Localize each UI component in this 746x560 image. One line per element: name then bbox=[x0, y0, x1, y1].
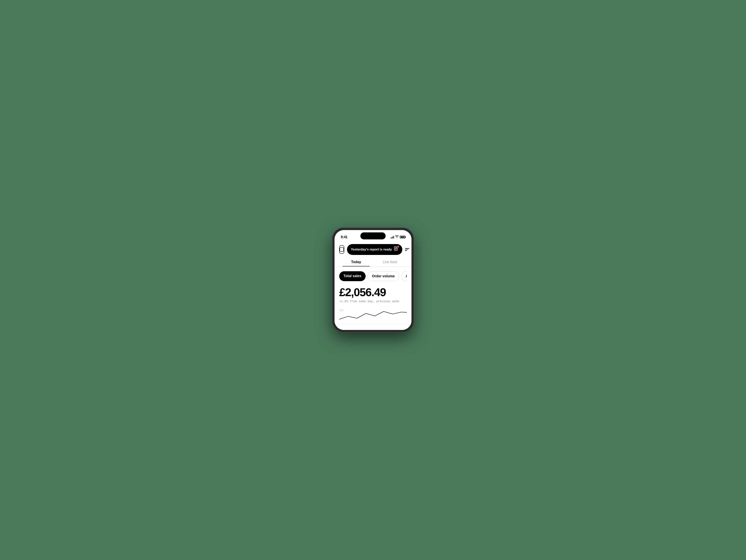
tab-today[interactable]: Today bbox=[339, 257, 373, 267]
notification-pill[interactable]: Yesterday's report is ready bbox=[347, 244, 402, 255]
phone-frame: 9:41 bbox=[332, 228, 414, 332]
wifi-icon bbox=[395, 235, 399, 239]
status-bar: 9:41 bbox=[335, 230, 411, 241]
app-header: Yesterday's report is ready bbox=[335, 241, 411, 257]
chip-order-volume[interactable]: Order volume bbox=[368, 271, 399, 281]
signal-icon bbox=[391, 236, 394, 239]
safe-area bbox=[335, 324, 411, 330]
metric-chips: Total sales Order volume Average tick… bbox=[339, 271, 407, 281]
filter-button[interactable] bbox=[405, 248, 409, 251]
app-logo[interactable] bbox=[339, 245, 344, 254]
sales-chart bbox=[339, 309, 407, 320]
dynamic-island bbox=[361, 232, 385, 240]
sales-value: £2,056.49 bbox=[339, 287, 407, 298]
document-icon bbox=[394, 248, 398, 252]
main-content: Total sales Order volume Average tick… £… bbox=[335, 267, 411, 324]
notification-icon-wrap bbox=[394, 246, 398, 253]
sales-change: +1.0% from same day, previous week bbox=[339, 300, 407, 303]
chip-average-ticket[interactable]: Average tick… bbox=[401, 271, 407, 281]
status-icons bbox=[391, 235, 405, 239]
tab-bar: Today Live feed bbox=[335, 257, 411, 267]
battery-icon bbox=[400, 236, 405, 239]
chip-total-sales[interactable]: Total sales bbox=[339, 271, 366, 281]
chart-y-label: £2k bbox=[339, 309, 344, 312]
phone-screen: 9:41 bbox=[335, 230, 411, 330]
chart-baseline bbox=[335, 324, 411, 324]
notification-text: Yesterday's report is ready bbox=[351, 248, 392, 251]
app-logo-inner bbox=[340, 247, 344, 252]
chart-area: £2k bbox=[335, 309, 411, 324]
status-time: 9:41 bbox=[341, 235, 348, 239]
notification-badge bbox=[397, 245, 400, 248]
tab-live-feed[interactable]: Live feed bbox=[373, 257, 407, 267]
